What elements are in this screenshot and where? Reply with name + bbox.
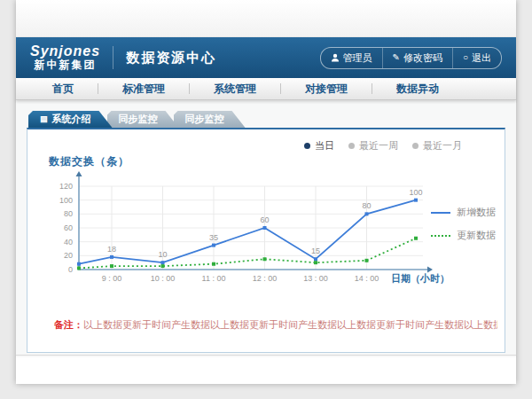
svg-text:10: 10	[158, 250, 167, 259]
legend-line-swatch	[431, 235, 450, 237]
change-password-label: 修改密码	[403, 51, 442, 65]
content-area: ▤ 系统介绍 同步监控 同步监控 当日 最近一周	[16, 100, 516, 356]
svg-text:35: 35	[209, 233, 218, 242]
footnote: 备注：以上数据更新于时间产生数据以上数据更新于时间产生数据以上数据更新于时间产生…	[54, 318, 497, 332]
tab-system-intro[interactable]: ▤ 系统介绍	[28, 111, 113, 128]
nav-item-integration-management[interactable]: 对接管理	[281, 82, 372, 97]
user-controls: 管理员 ✎ 修改密码 ○ 退出	[320, 47, 502, 69]
period-filter: 当日 最近一周 最近一月	[304, 139, 462, 153]
legend-label: 更新数据	[457, 229, 496, 242]
svg-text:18: 18	[107, 245, 116, 254]
svg-text:80: 80	[362, 201, 371, 210]
tab-label: 同步监控	[185, 111, 224, 128]
period-option-last-week[interactable]: 最近一周	[348, 139, 398, 153]
footnote-label: 备注：	[54, 319, 83, 330]
footnote-text: 以上数据更新于时间产生数据以上数据更新于时间产生数据以上数据更新于时间产生数据以…	[83, 319, 497, 330]
document-icon: ▤	[40, 115, 48, 123]
user-menu-button[interactable]: 管理员	[321, 48, 382, 68]
svg-text:10 : 00: 10 : 00	[151, 274, 176, 283]
svg-text:12 : 00: 12 : 00	[253, 274, 278, 283]
svg-text:40: 40	[64, 238, 73, 246]
header-divider	[113, 46, 113, 69]
legend-label: 新增数据	[457, 206, 496, 219]
user-menu-label: 管理员	[343, 51, 372, 65]
svg-text:日期（小时）: 日期（小时）	[391, 273, 450, 285]
period-option-last-month[interactable]: 最近一月	[412, 139, 462, 153]
nav-item-standard-management[interactable]: 标准管理	[98, 82, 189, 97]
svg-text:60: 60	[64, 223, 73, 232]
tab-label: 系统介绍	[52, 111, 91, 128]
svg-text:13 : 00: 13 : 00	[303, 274, 328, 283]
period-option-today[interactable]: 当日	[304, 139, 334, 153]
legend-line-swatch	[431, 212, 450, 214]
svg-text:15: 15	[311, 246, 320, 255]
radio-dot-icon	[304, 143, 310, 149]
radio-dot-icon	[412, 143, 419, 149]
period-option-label: 最近一周	[359, 139, 398, 153]
logout-label: 退出	[472, 51, 491, 65]
user-icon	[331, 53, 340, 62]
nav-item-data-change[interactable]: 数据异动	[372, 82, 463, 97]
page-title: 数据资源中心	[126, 50, 216, 66]
svg-text:20: 20	[64, 251, 73, 260]
svg-text:120: 120	[59, 182, 73, 191]
app-header: Synjones 新中新集团 数据资源中心 管理员 ✎ 修改密码 ○ 退出	[16, 37, 516, 78]
radio-dot-icon	[348, 143, 355, 149]
line-chart: 0204060801001209 : 0010 : 0011 : 0012 : …	[45, 167, 462, 309]
tab-sync-monitor-2[interactable]: 同步监控	[174, 111, 246, 128]
svg-text:14 : 00: 14 : 00	[355, 274, 379, 283]
power-icon: ○	[463, 53, 468, 62]
tab-label: 同步监控	[119, 111, 158, 128]
edit-icon: ✎	[393, 53, 400, 62]
app-window: Synjones 新中新集团 数据资源中心 管理员 ✎ 修改密码 ○ 退出 首页…	[16, 0, 516, 384]
bottom-divider	[16, 355, 516, 356]
logo-text-cn: 新中新集团	[30, 59, 100, 71]
svg-text:100: 100	[409, 188, 422, 197]
chart-panel: 当日 最近一周 最近一月 数据交换（条） 0204060801001209 : …	[27, 128, 505, 353]
nav-item-home[interactable]: 首页	[28, 82, 98, 97]
browser-top-strip	[16, 0, 516, 37]
chart-legend: 新增数据 更新数据	[431, 206, 496, 252]
period-option-label: 最近一月	[423, 139, 462, 153]
legend-item-new-data[interactable]: 新增数据	[431, 206, 496, 219]
main-nav: 首页 标准管理 系统管理 对接管理 数据异动	[16, 78, 516, 100]
logo-text-en: Synjones	[30, 44, 100, 59]
change-password-button[interactable]: ✎ 修改密码	[382, 48, 452, 68]
svg-text:80: 80	[64, 209, 73, 218]
nav-item-system-management[interactable]: 系统管理	[190, 82, 280, 97]
legend-item-updated-data[interactable]: 更新数据	[431, 229, 496, 242]
tab-bar: ▤ 系统介绍 同步监控 同步监控	[28, 111, 505, 128]
svg-text:0: 0	[68, 265, 73, 274]
svg-text:100: 100	[59, 196, 73, 205]
svg-text:9 : 00: 9 : 00	[102, 274, 122, 283]
logout-button[interactable]: ○ 退出	[452, 48, 501, 68]
company-logo[interactable]: Synjones 新中新集团	[30, 44, 100, 70]
svg-text:11 : 00: 11 : 00	[202, 274, 226, 283]
svg-text:60: 60	[260, 215, 269, 224]
tab-sync-monitor-1[interactable]: 同步监控	[107, 111, 179, 128]
period-option-label: 当日	[315, 139, 334, 153]
